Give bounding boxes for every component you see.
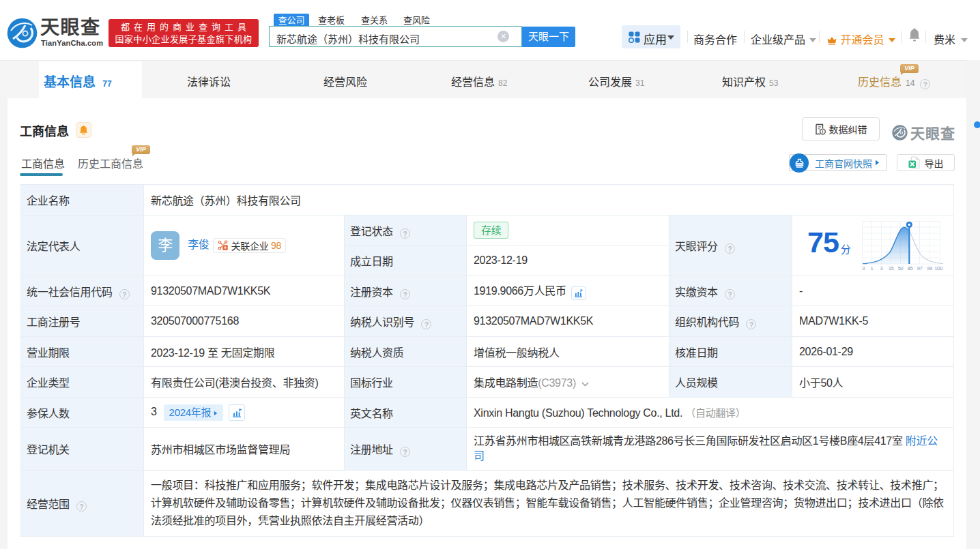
svg-text:97: 97 [917,265,922,271]
svg-text:100: 100 [934,265,942,271]
svg-text:1: 1 [870,265,873,271]
svg-text:0: 0 [862,265,865,271]
svg-text:3: 3 [880,265,882,271]
svg-text:50: 50 [897,265,903,271]
svg-text:15: 15 [888,265,893,271]
svg-text:99: 99 [927,265,932,271]
svg-text:85: 85 [907,265,912,271]
